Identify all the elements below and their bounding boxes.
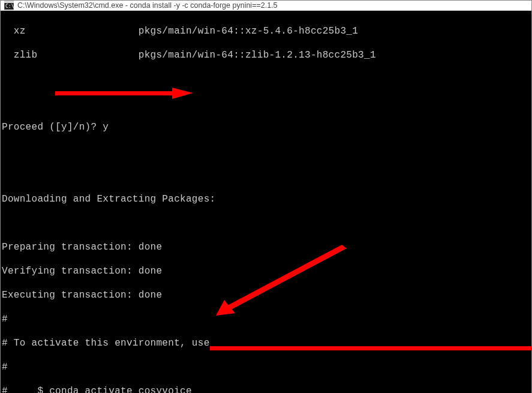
output-line: Verifying transaction: done <box>2 265 531 277</box>
output-line <box>2 145 531 157</box>
output-line: # <box>2 361 531 373</box>
output-line: # <box>2 313 531 325</box>
output-line: Proceed ([y]/n)? y <box>2 121 531 133</box>
output-line: # $ conda activate cosyvoice <box>2 385 531 393</box>
svg-text:C:\: C:\ <box>5 4 14 9</box>
output-line <box>2 73 531 85</box>
window-title: C:\Windows\System32\cmd.exe - conda inst… <box>17 1 528 10</box>
terminal-output[interactable]: xz pkgs/main/win-64::xz-5.4.6-h8cc25b3_1… <box>1 11 531 393</box>
output-line: xz pkgs/main/win-64::xz-5.4.6-h8cc25b3_1 <box>2 25 531 37</box>
cmd-icon: C:\ <box>4 1 14 10</box>
svg-rect-3 <box>55 91 175 95</box>
titlebar[interactable]: C:\ C:\Windows\System32\cmd.exe - conda … <box>1 1 531 11</box>
svg-rect-1 <box>4 1 14 3</box>
output-line <box>2 217 531 229</box>
cmd-window: C:\ C:\Windows\System32\cmd.exe - conda … <box>0 0 532 393</box>
output-line: Executing transaction: done <box>2 289 531 301</box>
output-line <box>2 97 531 109</box>
output-line: Preparing transaction: done <box>2 241 531 253</box>
output-line: zlib pkgs/main/win-64::zlib-1.2.13-h8cc2… <box>2 49 531 61</box>
output-line <box>2 169 531 181</box>
output-line: Downloading and Extracting Packages: <box>2 193 531 205</box>
output-line: # To activate this environment, use <box>2 337 531 349</box>
svg-marker-5 <box>222 245 347 312</box>
